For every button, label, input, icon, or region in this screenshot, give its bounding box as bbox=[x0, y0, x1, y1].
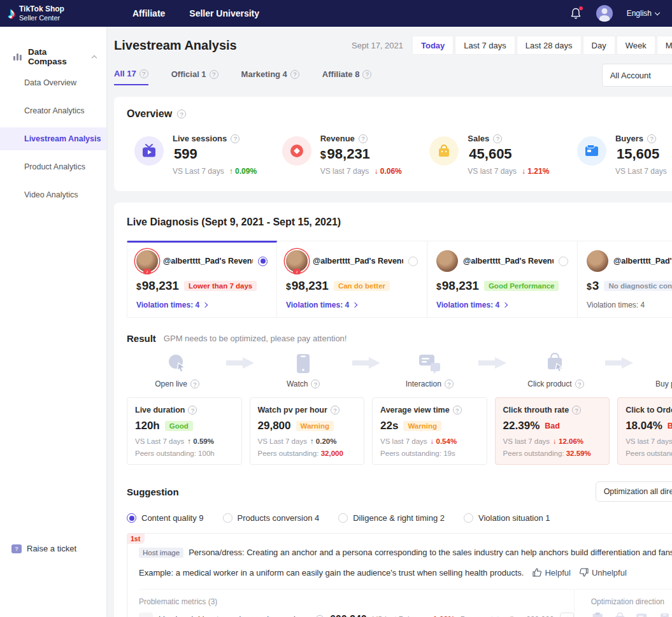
suggestion-card-1: 1st Host image Persona/dress: Creating a… bbox=[127, 533, 672, 617]
metric-card-average-view-time: Average view time 22sWarning VS last 7 d… bbox=[372, 397, 487, 465]
tiktok-note-icon: ♪ bbox=[8, 6, 15, 21]
sidebar-item-creator-analytics[interactable]: Creator Analytics bbox=[0, 99, 106, 122]
help-icon[interactable] bbox=[453, 406, 462, 415]
date-range-bar: Sept 17, 2021 Today Last 7 days Last 28 … bbox=[352, 36, 672, 55]
metric-next-button[interactable] bbox=[560, 613, 574, 617]
range-button-today[interactable]: Today bbox=[412, 36, 454, 55]
sales-bag-icon bbox=[429, 136, 459, 166]
help-icon[interactable] bbox=[311, 379, 320, 388]
help-icon[interactable] bbox=[647, 134, 656, 143]
product-bag-icon bbox=[613, 612, 627, 617]
performance-badge: Good Performance bbox=[484, 281, 559, 291]
help-icon[interactable] bbox=[493, 134, 502, 143]
help-icon[interactable] bbox=[331, 406, 340, 415]
unhelpful-button[interactable]: Unhelpful bbox=[580, 568, 627, 578]
help-icon[interactable] bbox=[231, 134, 239, 143]
tab-affiliate[interactable]: Affiliate 8 bbox=[322, 69, 372, 85]
overview-title: Overview bbox=[127, 108, 172, 120]
violation-times-link[interactable]: Violation times: 4 bbox=[436, 301, 568, 309]
range-button-week[interactable]: Week bbox=[617, 36, 655, 55]
stat-revenue: Revenue $98,231 VS last 7 days↓ 0.06% bbox=[282, 134, 430, 176]
user-avatar[interactable] bbox=[596, 5, 613, 22]
diagnosis-account-card[interactable]: @albertttt_Pad's Revenue $3 No diagnosti… bbox=[578, 241, 672, 318]
sidebar-item-data-overview[interactable]: Data Overview bbox=[0, 71, 106, 94]
diagnosis-account-card[interactable]: @albertttt_Pad's Revenue $98,231 Can do … bbox=[277, 241, 427, 318]
range-button-month[interactable]: Month bbox=[657, 36, 672, 55]
top-navbar: ♪ TikTok Shop Seller Center Affiliate Se… bbox=[0, 0, 672, 27]
account-filter-select[interactable]: All Account bbox=[602, 64, 672, 87]
sidebar-group-data-compass[interactable]: Data Compass bbox=[0, 47, 106, 66]
helpful-button[interactable]: Helpful bbox=[533, 568, 570, 578]
help-icon[interactable] bbox=[362, 70, 371, 79]
help-icon[interactable] bbox=[139, 69, 148, 78]
performance-badge: Can do better bbox=[334, 281, 390, 291]
language-selector[interactable]: English bbox=[627, 9, 659, 18]
help-icon[interactable] bbox=[177, 110, 186, 118]
radio-violation-situation[interactable]: Violation situation 1 bbox=[464, 513, 550, 523]
logo-line1: TikTok Shop bbox=[19, 5, 64, 14]
optimization-direction-icons bbox=[591, 612, 672, 617]
sidebar-item-livestream-analysis[interactable]: Livestream Analysis bbox=[0, 127, 106, 150]
account-filter-value: All Account bbox=[610, 71, 651, 80]
nav-link-seller-university[interactable]: Seller University bbox=[189, 8, 259, 18]
raise-ticket-button[interactable]: Raise a ticket bbox=[11, 544, 76, 553]
range-button-last-28-days[interactable]: Last 28 days bbox=[517, 36, 582, 55]
radio-diligence-timing[interactable]: Diligence & right timing 2 bbox=[338, 513, 445, 523]
help-icon[interactable] bbox=[210, 70, 218, 79]
thumbs-down-icon bbox=[580, 568, 589, 577]
thumbs-up-icon bbox=[533, 568, 541, 577]
suggestion-example: Example: a medical worker in a uniform c… bbox=[139, 567, 524, 579]
help-icon[interactable] bbox=[290, 70, 299, 79]
sidebar-item-product-analytics[interactable]: Product Analytics bbox=[0, 155, 106, 178]
radio-content-quality[interactable]: Content quality 9 bbox=[127, 513, 204, 523]
tab-marketing[interactable]: Marketing 4 bbox=[241, 69, 299, 85]
interaction-chat-icon bbox=[418, 353, 441, 374]
metric-card-click-to-order-rate: Click to Order rate 18.04%Bad VS last 7 … bbox=[617, 397, 672, 465]
funnel-step-interaction: Interaction bbox=[382, 353, 477, 388]
sidebar-item-video-analytics[interactable]: Video Analytics bbox=[0, 183, 106, 206]
funnel-step-open-live: Open live bbox=[129, 353, 225, 388]
help-icon[interactable] bbox=[359, 134, 368, 143]
conversion-funnel: Open live Watch Interaction Click produc… bbox=[127, 353, 672, 388]
suggestion-title: Suggestion bbox=[127, 486, 179, 497]
violation-times-link[interactable]: Violation times: 4 bbox=[136, 301, 268, 309]
chevron-down-icon bbox=[655, 10, 660, 15]
funnel-step-buy-product: Buy product bbox=[634, 353, 672, 388]
stat-live-sessions: Live sessions 599 VS Last 7 days↑ 0.09% bbox=[134, 134, 282, 176]
metric-card-row: Live duration 120hGood VS Last 7 days↑ 0… bbox=[127, 397, 672, 465]
account-radio[interactable] bbox=[408, 257, 418, 266]
result-note: GPM needs to be optimized, please pay at… bbox=[164, 334, 347, 343]
tab-all[interactable]: All 17 bbox=[114, 69, 148, 85]
diagnosis-account-card[interactable]: @albertttt_Pad's Revenue $98,231 Lower t… bbox=[127, 241, 277, 318]
status-badge: Bad bbox=[545, 422, 560, 430]
help-icon[interactable] bbox=[445, 379, 454, 388]
optimization-filter-value: Optimization all directions bbox=[604, 487, 672, 496]
diagnosis-account-card[interactable]: @albertttt_Pad's Revenue $98,231 Good Pe… bbox=[427, 241, 578, 318]
funnel-arrow-icon bbox=[226, 357, 254, 369]
range-button-last-7-days[interactable]: Last 7 days bbox=[455, 36, 515, 55]
account-avatar bbox=[436, 250, 458, 272]
metric-card-watch-pv: Watch pv per hour 29,800Warning VS Last … bbox=[250, 397, 365, 465]
help-icon[interactable] bbox=[188, 406, 197, 415]
ticket-icon bbox=[11, 544, 22, 553]
problematic-metric-value: 600,240 bbox=[330, 614, 367, 617]
metric-prev-button[interactable] bbox=[139, 613, 153, 617]
sidebar: Data Compass Data Overview Creator Analy… bbox=[0, 27, 106, 617]
tab-official[interactable]: Official 1 bbox=[171, 69, 218, 85]
live-diagnosis-card: Live Diagnosis (Sept 9, 2021 - Sept 15, … bbox=[114, 202, 672, 617]
radio-products-conversion[interactable]: Products conversion 4 bbox=[223, 513, 320, 523]
account-radio[interactable] bbox=[258, 257, 268, 266]
help-icon[interactable] bbox=[575, 379, 584, 388]
help-icon[interactable] bbox=[190, 379, 199, 388]
nav-link-affiliate[interactable]: Affiliate bbox=[132, 8, 165, 18]
optimization-filter-select[interactable]: Optimization all directions bbox=[596, 481, 672, 502]
range-button-day[interactable]: Day bbox=[583, 36, 615, 55]
language-label: English bbox=[627, 9, 652, 18]
account-radio[interactable] bbox=[559, 257, 568, 266]
help-icon[interactable] bbox=[572, 406, 581, 415]
raise-ticket-label: Raise a ticket bbox=[27, 544, 76, 553]
notification-bell-icon[interactable] bbox=[569, 7, 582, 20]
suggestion-category-radios: Content quality 9 Products conversion 4 … bbox=[127, 513, 672, 523]
account-avatar bbox=[136, 250, 158, 272]
violation-times-link[interactable]: Violation times: 4 bbox=[286, 301, 418, 309]
